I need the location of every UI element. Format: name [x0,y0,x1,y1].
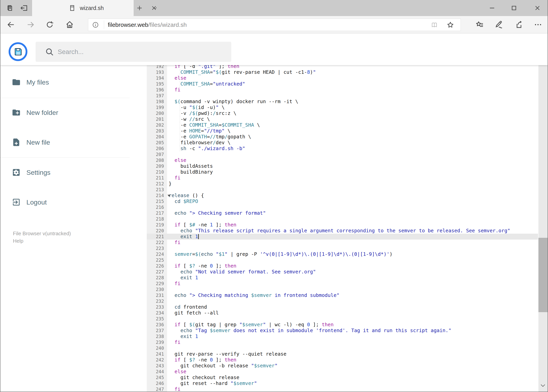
refresh-icon[interactable] [45,20,54,29]
code-line-200[interactable]: 200 -v /$(pwd):/src:z \ [147,110,538,116]
forward-icon[interactable] [26,20,35,29]
web-notes-pen-icon[interactable] [495,20,503,29]
scrollbar-thumb[interactable] [538,238,548,312]
reading-view-icon[interactable] [431,21,438,28]
code-line-194[interactable]: 194 else [147,75,538,81]
code-line-210[interactable]: 210 buildBinary [147,169,538,175]
browser-tab[interactable]: wizard.sh [32,0,134,16]
code-editor[interactable]: 192 if [ -d ".git" ]; then193 COMMIT_SHA… [147,65,538,392]
new-file-icon [12,138,21,147]
code-line-227[interactable]: 227 echo "Not valid semver format. See s… [147,269,538,275]
code-line-233[interactable]: 233 cd frontend [147,304,538,310]
code-line-217[interactable]: 217 echo "> Checking semver format" [147,210,538,216]
code-line-214[interactable]: 214release () { [147,193,538,198]
code-line-243[interactable]: 243 git checkout -b release "$semver" [147,363,538,369]
sidebar-item-logout[interactable]: Logout [0,193,130,211]
new-tab-icon[interactable] [136,5,143,11]
code-text: release () { [167,193,538,198]
window-close-button[interactable] [534,4,541,12]
window-maximize-button[interactable] [510,4,518,12]
code-line-223[interactable]: 223 [147,245,538,251]
code-line-245[interactable]: 245 git checkout release [147,375,538,380]
code-line-211[interactable]: 211 fi [147,175,538,181]
code-line-197[interactable]: 197 [147,93,538,99]
window-minimize-button[interactable] [488,4,496,12]
tab-preview-icon[interactable] [6,4,14,12]
ellipsis-icon[interactable] [534,20,542,29]
code-line-238[interactable]: 238 exit 1 [147,334,538,339]
code-line-202[interactable]: 202 -e COMMIT_SHA=$COMMIT_SHA \ [147,122,538,128]
code-line-218[interactable]: 218 [147,216,538,222]
code-line-236[interactable]: 236 if [ $(git tag | grep "$semver" | wc… [147,322,538,328]
code-line-207[interactable]: 207 [147,152,538,157]
code-line-204[interactable]: 204 -e GOPATH=//tmp/gopath \ [147,134,538,140]
code-line-221[interactable]: 221 exit 1 [147,234,538,239]
help-link[interactable]: Help [13,238,23,244]
code-line-192[interactable]: 192 if [ -d ".git" ]; then [147,65,538,69]
sidebar-item-new-file[interactable]: New file [0,133,130,151]
line-number: 228 [147,275,167,281]
tabs-set-aside-icon[interactable] [20,4,28,12]
sidebar-item-new-folder[interactable]: New folder [0,104,130,121]
code-line-193[interactable]: 193 COMMIT_SHA="$(git rev-parse HEAD | c… [147,69,538,75]
code-line-237[interactable]: 237 echo "Tag $semver does not exist in … [147,328,538,334]
page-scrollbar[interactable] [538,34,548,392]
code-line-222[interactable]: 222 fi [147,239,538,245]
address-bar[interactable]: filebrowser.web/files/wizard.sh [88,19,461,31]
line-number: 229 [147,281,167,287]
fold-marker-icon[interactable] [167,195,171,197]
code-line-201[interactable]: 201 -w //src \ [147,116,538,122]
home-icon[interactable] [65,20,74,29]
code-line-226[interactable]: 226 if [ $? -ne 0 ]; then [147,263,538,269]
code-line-228[interactable]: 228 exit 1 [147,275,538,281]
code-line-235[interactable]: 235 [147,316,538,322]
file-browser-logo[interactable] [9,42,28,61]
code-line-246[interactable]: 246 git reset --hard "$semver" [147,380,538,386]
code-line-198[interactable]: 198 $(command -v winpty) docker run --rm… [147,99,538,105]
code-line-195[interactable]: 195 COMMIT_SHA="untracked" [147,81,538,87]
code-line-208[interactable]: 208 else [147,157,538,163]
info-icon[interactable] [92,21,99,28]
code-line-209[interactable]: 209 buildAssets [147,163,538,169]
code-line-205[interactable]: 205 filebrowser/dev \ [147,140,538,146]
code-line-240[interactable]: 240 [147,345,538,351]
code-line-234[interactable]: 234 git fetch --all [147,310,538,316]
share-icon[interactable] [514,20,523,29]
code-text: COMMIT_SHA="$(git rev-parse HEAD | cut -… [167,69,538,75]
code-line-229[interactable]: 229 fi [147,281,538,287]
code-line-216[interactable]: 216 [147,204,538,210]
code-line-231[interactable]: 231 echo "> Checking matching $semver in… [147,292,538,298]
code-line-247[interactable]: 247 fi [147,386,538,392]
code-line-213[interactable]: 213 [147,187,538,193]
back-icon[interactable] [7,20,15,29]
code-line-199[interactable]: 199 -u "$(id -u)" \ [147,105,538,110]
code-line-225[interactable]: 225 [147,257,538,263]
url-text[interactable]: filebrowser.web/files/wizard.sh [108,19,187,31]
code-line-215[interactable]: 215 cd $REPO [147,198,538,204]
tab-list-chevron-icon[interactable] [152,6,158,11]
code-line-196[interactable]: 196 fi [147,87,538,93]
code-line-206[interactable]: 206 sh -c "./wizard.sh -b" [147,146,538,152]
code-line-224[interactable]: 224 semver=$(echo "$1" | grep -P '^v(0|[… [147,251,538,257]
sidebar-item-my-files[interactable]: My files [0,73,130,91]
hub-icon[interactable] [475,20,484,29]
code-text: exit 1 [167,234,538,239]
code-line-241[interactable]: 241 git rev-parse --verify --quiet relea… [147,351,538,357]
line-number: 200 [147,110,167,116]
settings-icon [12,168,21,177]
code-line-203[interactable]: 203 -e HOME="//tmp" \ [147,128,538,134]
code-line-230[interactable]: 230 [147,287,538,292]
code-line-232[interactable]: 232 [147,298,538,304]
code-line-244[interactable]: 244 else [147,369,538,375]
code-line-239[interactable]: 239 fi [147,339,538,345]
code-line-212[interactable]: 212} [147,181,538,187]
code-text: if [ $# -ne 1 ]; then [167,222,538,228]
code-text: exit 1 [167,334,538,339]
search-input[interactable]: Search... [36,42,231,62]
code-line-219[interactable]: 219 if [ $# -ne 1 ]; then [147,222,538,228]
code-line-242[interactable]: 242 if [ $? -ne 0 ]; then [147,357,538,363]
code-line-220[interactable]: 220 echo "This release script requires a… [147,228,538,234]
favorite-star-icon[interactable] [447,21,454,28]
sidebar-item-settings[interactable]: Settings [0,163,130,182]
scroll-down-icon[interactable] [540,383,546,388]
